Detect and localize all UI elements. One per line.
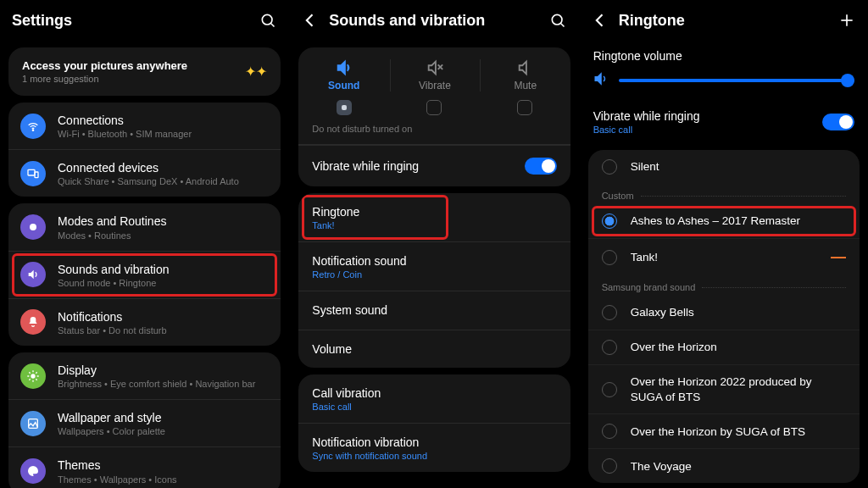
- svg-line-15: [36, 372, 36, 373]
- svg-line-14: [29, 379, 30, 380]
- sound-icon: [20, 262, 46, 287]
- svg-point-17: [552, 14, 562, 25]
- svg-line-1: [271, 24, 275, 27]
- mode-tab-sound[interactable]: Sound: [299, 59, 389, 92]
- ringtone-label: Over the Horizon 2022 produced by SUGA o…: [631, 374, 846, 404]
- svg-line-12: [29, 372, 30, 373]
- setting-row[interactable]: Volume: [298, 330, 570, 368]
- item-title: Themes: [58, 458, 269, 473]
- ringtone-option[interactable]: Over the Horizon 2022 produced by SUGA o…: [588, 364, 860, 413]
- radio-icon[interactable]: [602, 214, 617, 229]
- modes-icon: [20, 214, 46, 240]
- settings-item[interactable]: Modes and RoutinesModes • Routines: [8, 203, 281, 250]
- radio-icon[interactable]: [602, 159, 617, 175]
- sounds-vibration-pane: Sounds and vibration SoundVibrateMute Do…: [289, 0, 578, 488]
- radio-icon[interactable]: [602, 424, 617, 439]
- settings-item[interactable]: Connected devicesQuick Share • Samsung D…: [8, 149, 281, 197]
- svg-point-5: [30, 224, 36, 230]
- toggle-switch[interactable]: [525, 158, 557, 175]
- radio-icon[interactable]: [602, 305, 617, 320]
- item-title: Notifications: [58, 309, 269, 324]
- page-title: Ringtone: [619, 12, 837, 30]
- search-icon[interactable]: [259, 12, 277, 29]
- ringtone-label: Over the Horizon: [631, 340, 846, 355]
- item-subtitle: Quick Share • Samsung DeX • Android Auto: [58, 176, 269, 186]
- item-title: Display: [58, 363, 269, 378]
- bell-icon: [20, 309, 46, 335]
- vibrate-while-ringing-row[interactable]: Vibrate while ringing Basic call: [580, 98, 868, 147]
- sound-mode-card: SoundVibrateMute Do not disturb turned o…: [298, 47, 570, 186]
- row-subtitle: Sync with notification sound: [312, 451, 556, 461]
- add-icon[interactable]: [837, 12, 856, 29]
- ringtone-option[interactable]: Over the Horizon: [588, 330, 860, 364]
- volume-icon: [593, 71, 609, 90]
- setting-row[interactable]: Notification soundRetro / Coin: [298, 241, 570, 291]
- setting-row[interactable]: Call vibrationBasic call: [298, 374, 570, 423]
- item-subtitle: Wallpapers • Color palette: [58, 426, 269, 436]
- page-title: Sounds and vibration: [329, 12, 548, 30]
- search-icon[interactable]: [548, 12, 567, 29]
- svg-marker-20: [429, 62, 436, 75]
- radio-icon[interactable]: [602, 250, 617, 265]
- svg-marker-19: [337, 62, 344, 75]
- mode-tab-vibrate[interactable]: Vibrate: [390, 59, 480, 92]
- sound-settings-card: RingtoneTank!Notification soundRetro / C…: [298, 193, 570, 368]
- ringtone-option[interactable]: Tank!—: [588, 238, 860, 275]
- ringtone-list-card: Silent Custom Ashes to Ashes – 2017 Rema…: [588, 150, 860, 483]
- ringtone-option[interactable]: Over the Horizon by SUGA of BTS: [588, 413, 860, 448]
- item-title: Connected devices: [58, 160, 269, 175]
- svg-rect-4: [35, 172, 38, 178]
- vibrate-while-ringing-row[interactable]: Vibrate while ringing: [298, 145, 570, 186]
- settings-item[interactable]: ConnectionsWi-Fi • Bluetooth • SIM manag…: [8, 103, 281, 149]
- ringtone-label: Ashes to Ashes – 2017 Remaster: [631, 214, 846, 229]
- radio-icon[interactable]: [602, 382, 617, 397]
- sparkles-icon: ✦✦: [245, 64, 267, 80]
- svg-point-2: [32, 130, 33, 130]
- setting-row[interactable]: System sound: [298, 291, 570, 329]
- ringtone-option[interactable]: Ashes to Ashes – 2017 Remaster: [588, 204, 860, 238]
- ringtone-option[interactable]: Galaxy Bells: [588, 296, 860, 330]
- settings-item[interactable]: Sounds and vibrationSound mode • Rington…: [8, 251, 281, 298]
- radio-icon[interactable]: [602, 340, 617, 355]
- mode-radio[interactable]: [517, 100, 532, 115]
- row-title: Notification sound: [312, 253, 556, 269]
- remove-icon[interactable]: —: [831, 248, 846, 266]
- ringtone-pane: Ringtone Ringtone volume Vibrate while r…: [579, 0, 868, 488]
- display-icon: [20, 363, 46, 389]
- ringtone-label: Tank!: [631, 250, 831, 265]
- setting-row[interactable]: RingtoneTank!: [298, 193, 570, 241]
- item-subtitle: Brightness • Eye comfort shield • Naviga…: [58, 379, 269, 389]
- settings-item[interactable]: ThemesThemes • Wallpapers • Icons: [8, 446, 281, 488]
- back-icon[interactable]: [592, 12, 609, 29]
- mute-icon: [516, 59, 535, 76]
- settings-item[interactable]: DisplayBrightness • Eye comfort shield •…: [8, 352, 281, 399]
- setting-row[interactable]: Notification vibrationSync with notifica…: [298, 423, 570, 472]
- page-title: Settings: [12, 12, 259, 30]
- mode-radio[interactable]: [426, 100, 442, 115]
- svg-marker-6: [29, 270, 34, 280]
- svg-line-18: [560, 24, 564, 27]
- volume-slider[interactable]: [619, 79, 854, 82]
- themes-icon: [20, 458, 46, 484]
- item-subtitle: Wi-Fi • Bluetooth • SIM manager: [58, 129, 269, 139]
- mode-label: Vibrate: [419, 80, 451, 92]
- back-icon[interactable]: [302, 12, 319, 29]
- item-title: Sounds and vibration: [58, 262, 269, 277]
- item-title: Modes and Routines: [58, 214, 269, 229]
- row-subtitle: Tank!: [312, 220, 556, 230]
- brand-section-header: Samsung brand sound: [588, 275, 860, 296]
- mode-radio[interactable]: [337, 100, 352, 115]
- toggle-switch[interactable]: [822, 114, 854, 130]
- vibrate-while-ringing-label: Vibrate while ringing: [312, 158, 419, 174]
- ringtone-volume-block: Ringtone volume: [580, 41, 868, 93]
- wifi-icon: [20, 114, 46, 139]
- mode-tab-mute[interactable]: Mute: [480, 59, 570, 92]
- ringtone-option[interactable]: Silent: [588, 150, 860, 184]
- settings-item[interactable]: NotificationsStatus bar • Do not disturb: [8, 298, 281, 346]
- suggestion-card[interactable]: Access your pictures anywhere 1 more sug…: [8, 47, 281, 96]
- suggestion-subtitle: 1 more suggestion: [22, 74, 187, 84]
- ringtone-header: Ringtone: [580, 0, 868, 41]
- ringtone-option[interactable]: The Voyage: [588, 448, 860, 483]
- settings-item[interactable]: Wallpaper and styleWallpapers • Color pa…: [8, 399, 281, 446]
- radio-icon[interactable]: [602, 458, 617, 474]
